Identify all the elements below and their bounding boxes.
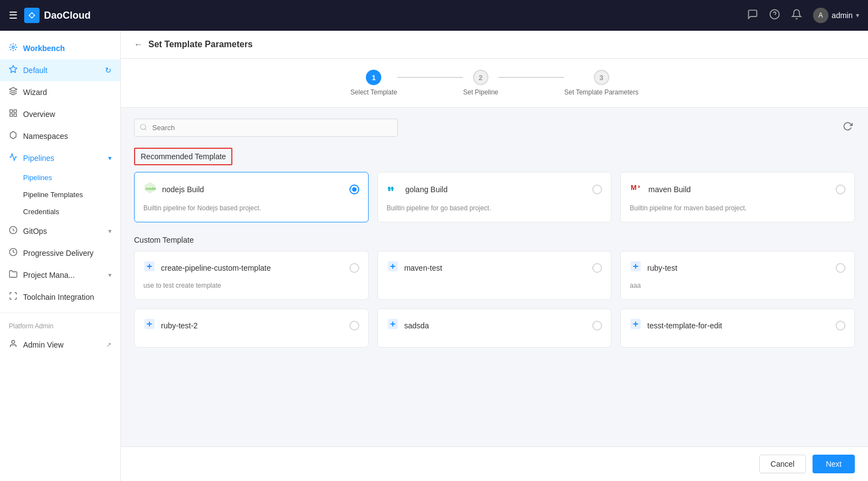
top-navigation: ☰ DaoCloud bbox=[0, 0, 868, 31]
page-title: Set Template Parameters bbox=[148, 40, 253, 49]
chat-icon[interactable] bbox=[747, 9, 758, 23]
tesst-title: tesst-template-for-edit bbox=[647, 321, 830, 330]
logo-text: DaoCloud bbox=[44, 10, 91, 21]
step-2-circle: 2 bbox=[473, 70, 488, 85]
nodejs-icon: node bbox=[143, 181, 157, 198]
platform-admin-section: Platform Admin bbox=[0, 317, 120, 334]
sadsda-radio[interactable] bbox=[592, 321, 602, 331]
create-pipeline-radio[interactable] bbox=[349, 263, 359, 273]
svg-line-14 bbox=[145, 128, 147, 130]
next-button[interactable]: Next bbox=[813, 455, 855, 473]
template-card-ruby-test[interactable]: ruby-test aaa bbox=[620, 251, 855, 300]
overview-icon bbox=[9, 109, 18, 120]
step-3-circle: 3 bbox=[594, 70, 609, 85]
ruby-test-2-radio[interactable] bbox=[349, 321, 359, 331]
create-pipeline-title: create-pipeline-custom-template bbox=[161, 264, 344, 272]
maven-desc: Builtin pipeline for maven based project… bbox=[630, 203, 845, 213]
admin-view-icon bbox=[9, 339, 18, 350]
template-card-ruby-test-2[interactable]: ruby-test-2 bbox=[134, 309, 369, 348]
project-mana-icon bbox=[9, 270, 18, 281]
search-input[interactable] bbox=[134, 119, 398, 137]
svg-point-12 bbox=[12, 340, 14, 343]
sidebar-item-admin-view[interactable]: Admin View ↗ bbox=[0, 334, 120, 356]
sidebar-item-pipelines[interactable]: Pipelines ▾ bbox=[0, 147, 120, 169]
scroll-content: Recommended Template node nodejs Build bbox=[121, 108, 868, 446]
create-pipeline-desc: use to test create template bbox=[143, 281, 359, 290]
step-line-1 bbox=[397, 77, 463, 78]
cancel-button[interactable]: Cancel bbox=[759, 455, 806, 473]
refresh-icon[interactable]: ↻ bbox=[105, 66, 112, 75]
avatar: A bbox=[813, 8, 828, 23]
platform-admin-label: Platform Admin bbox=[9, 322, 53, 330]
sadsda-title: sadsda bbox=[404, 321, 587, 330]
template-card-nodejs[interactable]: node nodejs Build Builtin pipeline for N… bbox=[134, 172, 369, 222]
template-card-golang[interactable]: go golang Build Builtin pipeline for g bbox=[377, 172, 612, 222]
sidebar-sub-item-credentials[interactable]: Credentials bbox=[0, 203, 120, 220]
sidebar-sub-item-pipelines[interactable]: Pipelines bbox=[0, 169, 120, 186]
help-icon[interactable] bbox=[769, 9, 780, 23]
workbench-icon bbox=[9, 43, 18, 54]
hamburger-menu-icon[interactable]: ☰ bbox=[9, 9, 18, 21]
main-layout: Workbench Default ↻ Wizard bbox=[0, 31, 868, 481]
bell-icon[interactable] bbox=[791, 9, 802, 23]
back-button[interactable]: ← bbox=[134, 40, 143, 49]
sidebar-sub-pipelines-label: Pipelines bbox=[23, 174, 52, 182]
ruby-test-2-icon bbox=[143, 318, 155, 333]
maven-title: maven Build bbox=[648, 185, 830, 194]
svg-marker-10 bbox=[10, 131, 16, 138]
tesst-header: tesst-template-for-edit bbox=[630, 318, 845, 333]
sidebar-sub-item-pipeline-templates[interactable]: Pipeline Templates bbox=[0, 186, 120, 203]
template-card-maven-test[interactable]: maven-test bbox=[377, 251, 612, 300]
template-card-create-pipeline[interactable]: create-pipeline-custom-template use to t… bbox=[134, 251, 369, 300]
template-card-maven[interactable]: M maven Build Builtin pipeline for maven… bbox=[620, 172, 855, 222]
tesst-icon bbox=[630, 318, 642, 333]
sidebar-item-progressive-delivery[interactable]: Progressive Delivery bbox=[0, 242, 120, 264]
golang-radio[interactable] bbox=[592, 184, 602, 194]
template-card-tesst[interactable]: tesst-template-for-edit bbox=[620, 309, 855, 348]
svg-point-17 bbox=[388, 187, 390, 189]
sidebar-item-gitops[interactable]: GitOps ▾ bbox=[0, 220, 120, 242]
ruby-test-header: ruby-test bbox=[630, 260, 845, 275]
search-input-wrap bbox=[134, 119, 398, 137]
sidebar-wizard-label: Wizard bbox=[23, 88, 47, 97]
maven-radio[interactable] bbox=[836, 184, 845, 194]
custom-pipeline-icon bbox=[143, 260, 155, 275]
create-pipeline-header: create-pipeline-custom-template bbox=[143, 260, 359, 275]
custom-template-grid: create-pipeline-custom-template use to t… bbox=[134, 251, 855, 348]
refresh-button[interactable] bbox=[841, 119, 855, 136]
sidebar-item-overview[interactable]: Overview bbox=[0, 103, 120, 125]
recommended-template-grid: node nodejs Build Builtin pipeline for N… bbox=[134, 172, 855, 222]
svg-point-4 bbox=[12, 46, 14, 48]
sidebar-item-default[interactable]: Default ↻ bbox=[0, 59, 120, 81]
sidebar-item-wizard[interactable]: Wizard bbox=[0, 81, 120, 103]
gitops-arrow-icon: ▾ bbox=[108, 227, 112, 235]
nodejs-radio[interactable] bbox=[349, 184, 359, 194]
maven-test-header: maven-test bbox=[387, 260, 603, 275]
toolchain-icon bbox=[9, 292, 18, 303]
svg-point-18 bbox=[391, 187, 393, 189]
user-area[interactable]: A admin ▾ bbox=[813, 8, 859, 23]
sidebar-item-namespaces[interactable]: Namespaces bbox=[0, 125, 120, 147]
sidebar-item-project-mana[interactable]: Project Mana... ▾ bbox=[0, 264, 120, 286]
logo-area: DaoCloud bbox=[24, 8, 91, 23]
sidebar-item-workbench[interactable]: Workbench bbox=[0, 37, 120, 59]
sidebar-gitops-label: GitOps bbox=[23, 227, 47, 236]
sidebar-item-toolchain[interactable]: Toolchain Integration bbox=[0, 286, 120, 308]
template-card-sadsda[interactable]: sadsda bbox=[377, 309, 612, 348]
sidebar-progressive-delivery-label: Progressive Delivery bbox=[23, 249, 93, 258]
svg-rect-6 bbox=[10, 110, 13, 113]
svg-text:node: node bbox=[146, 186, 157, 191]
custom-section-label: Custom Template bbox=[134, 236, 855, 244]
svg-marker-5 bbox=[9, 65, 16, 72]
maven-test-title: maven-test bbox=[404, 264, 587, 272]
project-arrow-icon: ▾ bbox=[108, 271, 112, 279]
ruby-test-radio[interactable] bbox=[836, 263, 845, 273]
sidebar-default-label: Default bbox=[23, 66, 47, 75]
default-icon bbox=[9, 65, 18, 76]
sadsda-icon bbox=[387, 318, 399, 333]
sidebar-project-label: Project Mana... bbox=[23, 271, 75, 279]
sadsda-header: sadsda bbox=[387, 318, 603, 333]
tesst-radio[interactable] bbox=[836, 321, 845, 331]
maven-test-radio[interactable] bbox=[592, 263, 602, 273]
search-icon bbox=[140, 123, 147, 132]
